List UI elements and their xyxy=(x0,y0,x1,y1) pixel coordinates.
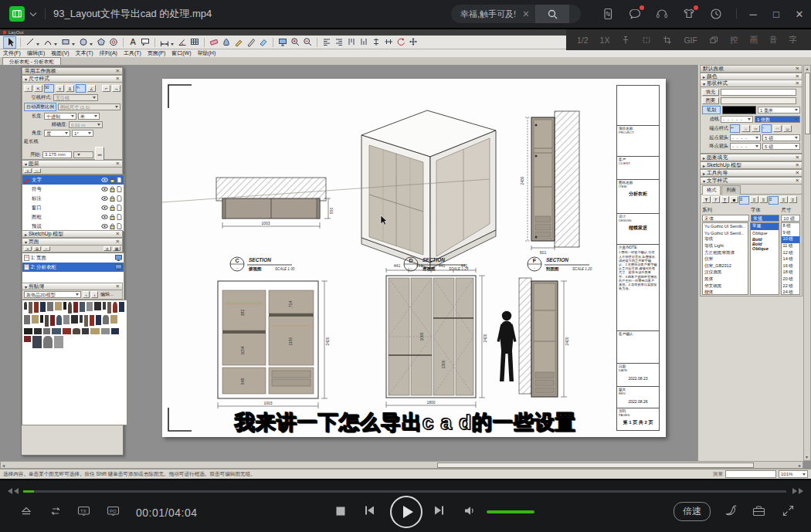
scrapbook-item[interactable] xyxy=(43,328,50,334)
close-icon[interactable]: ✕ xyxy=(796,170,799,176)
size-input[interactable]: 10 磅 xyxy=(781,215,800,222)
size-list-item[interactable]: 22 磅 xyxy=(782,283,799,290)
dim-toggle-4[interactable]: Δ xyxy=(66,85,74,92)
scrapbook-item[interactable] xyxy=(84,315,88,327)
dim-toggle-5[interactable]: ¾ xyxy=(76,84,86,93)
scrapbook-item[interactable] xyxy=(24,336,31,342)
family-input[interactable]: 宋体 xyxy=(702,215,749,222)
section-sketchup-model[interactable]: ▸SketchUp 模型✕ xyxy=(700,161,803,169)
menu-3[interactable]: 文本(T) xyxy=(76,49,93,57)
resize-icon[interactable] xyxy=(642,36,651,45)
tab-format[interactable]: 格式 xyxy=(702,185,721,195)
menu-7[interactable]: 窗口(W) xyxy=(171,49,191,57)
scrapbook-item[interactable] xyxy=(45,315,49,327)
measure-input[interactable] xyxy=(725,470,776,478)
close-icon[interactable]: ✕ xyxy=(116,231,120,237)
stop-button[interactable] xyxy=(335,506,346,517)
end-style-button-0[interactable]: ⊢ xyxy=(730,124,740,133)
presentation-monitor-icon[interactable] xyxy=(115,264,122,270)
scrapbook-item[interactable] xyxy=(32,315,39,324)
remove-layer-button[interactable]: − xyxy=(33,168,41,173)
pin-icon[interactable] xyxy=(621,36,630,45)
scrapbook-item[interactable] xyxy=(80,302,85,312)
callout-tool-icon[interactable] xyxy=(139,37,151,48)
line-tool-icon[interactable] xyxy=(24,37,36,48)
angle-select[interactable]: 度 xyxy=(44,130,70,137)
scrapbook-item[interactable] xyxy=(40,315,43,323)
tray-title[interactable]: 默认面板✕ xyxy=(700,65,803,73)
close-icon[interactable]: ✕ xyxy=(116,239,120,245)
scrapbook-item[interactable] xyxy=(111,328,119,334)
menu-0[interactable]: 文件(F) xyxy=(3,49,21,57)
history-icon[interactable] xyxy=(709,7,723,21)
section-layers[interactable]: ▾图层✕ xyxy=(22,160,123,168)
style-tool-icon[interactable] xyxy=(220,37,232,48)
family-list-item[interactable]: 汉仪旗黑 xyxy=(703,269,748,276)
scroll-down-icon[interactable]: ▾ xyxy=(806,454,808,460)
family-list-item[interactable]: 仿宋 xyxy=(703,256,748,263)
lock-icon[interactable] xyxy=(110,195,115,202)
loop-icon[interactable] xyxy=(49,505,62,517)
scrapbook-item[interactable] xyxy=(103,315,109,324)
dim-toggle-0[interactable]: ↕ xyxy=(24,85,32,92)
skin-theme-icon[interactable] xyxy=(682,7,696,21)
size-list-item[interactable]: 18 磅 xyxy=(782,269,799,276)
dim-toggle-6[interactable]: ∠ xyxy=(87,85,96,92)
scrapbook-item[interactable] xyxy=(73,328,80,334)
family-list-item[interactable]: Yu Gothic UI Semil... xyxy=(703,230,748,237)
scrapbook-item[interactable] xyxy=(34,302,39,313)
scrapbook-thumbnails[interactable] xyxy=(22,300,127,425)
scrapbook-item[interactable] xyxy=(103,302,106,310)
family-list-item[interactable]: 等线 xyxy=(703,236,748,243)
add-layer-button[interactable]: + xyxy=(24,168,32,173)
dimension-tool-dropdown-icon[interactable] xyxy=(171,43,174,46)
visibility-eye-icon[interactable] xyxy=(101,178,108,182)
audio-track-icon[interactable]: PO xyxy=(107,505,120,517)
layer-row[interactable]: 标注 xyxy=(22,194,124,203)
sheet-icon[interactable] xyxy=(117,214,122,220)
tab-list[interactable]: 列表 xyxy=(721,185,740,195)
anchor-bottom-button[interactable]: ≡ xyxy=(789,196,797,203)
message-icon[interactable] xyxy=(628,7,642,21)
style-list-item[interactable]: 常规 xyxy=(751,223,779,230)
scrapbook-item[interactable] xyxy=(50,315,55,326)
dimension-tool-icon[interactable] xyxy=(158,37,170,48)
fill-button[interactable]: 填充 xyxy=(702,89,719,96)
align-bottom-icon-icon[interactable] xyxy=(358,37,369,48)
scrapbook-back-icon[interactable]: ‹ xyxy=(83,291,90,298)
pattern-button[interactable]: 图案 xyxy=(702,97,719,104)
fill-swatch[interactable] xyxy=(721,89,796,96)
family-list-item[interactable]: Yu Gothic UI Semib... xyxy=(703,223,748,230)
layout-canvas[interactable]: 1003 550 C - SECTION 俯视图 SCALE 1:30 xyxy=(0,65,811,461)
scrapbook-item[interactable] xyxy=(24,315,30,324)
start-input[interactable]: 3.175 mm xyxy=(42,151,72,158)
dim-extra-button-0[interactable]: ⌐ xyxy=(102,85,110,92)
layer-row[interactable]: 窗口 xyxy=(22,203,124,212)
close-icon[interactable]: ✕ xyxy=(116,68,120,74)
scrapbook-item[interactable] xyxy=(110,315,117,324)
search-box[interactable]: 幸福,触手可及! ✕ xyxy=(451,5,581,23)
duplicate-page-button[interactable]: ⧉ xyxy=(33,246,41,251)
visibility-eye-icon[interactable] xyxy=(101,215,108,219)
layer-row[interactable]: 文字 xyxy=(22,175,124,185)
family-list-item[interactable]: 等线 Light xyxy=(703,243,748,250)
menu-2[interactable]: 视图(V) xyxy=(51,49,69,57)
close-button[interactable]: ✕ xyxy=(788,0,811,28)
scrapbook-item[interactable] xyxy=(54,336,63,348)
scrapbook-select[interactable]: 装饰品2D模型 xyxy=(24,291,81,298)
vertical-scroll-thumb[interactable] xyxy=(805,73,810,134)
leader-style-select[interactable]: 无引线 xyxy=(53,94,98,101)
family-list-item[interactable]: 仿宋_GB2312 xyxy=(703,263,748,270)
scrapbook-item[interactable] xyxy=(119,302,124,312)
size-list-item[interactable]: 10 磅 xyxy=(782,236,799,243)
align-center-button[interactable]: ≡ xyxy=(750,196,758,203)
size-list-item[interactable]: 14 磅 xyxy=(782,256,799,263)
menu-1[interactable]: 编辑(E) xyxy=(27,49,45,57)
visibility-eye-icon[interactable] xyxy=(101,196,108,201)
family-list-item[interactable]: 楷体 xyxy=(703,290,748,295)
maximize-button[interactable]: □ xyxy=(765,0,788,28)
close-icon[interactable]: ✕ xyxy=(796,162,799,168)
scrapbook-item[interactable] xyxy=(94,302,101,310)
stroke-swatch[interactable] xyxy=(722,106,756,114)
style-input[interactable]: 常规 xyxy=(751,215,779,222)
